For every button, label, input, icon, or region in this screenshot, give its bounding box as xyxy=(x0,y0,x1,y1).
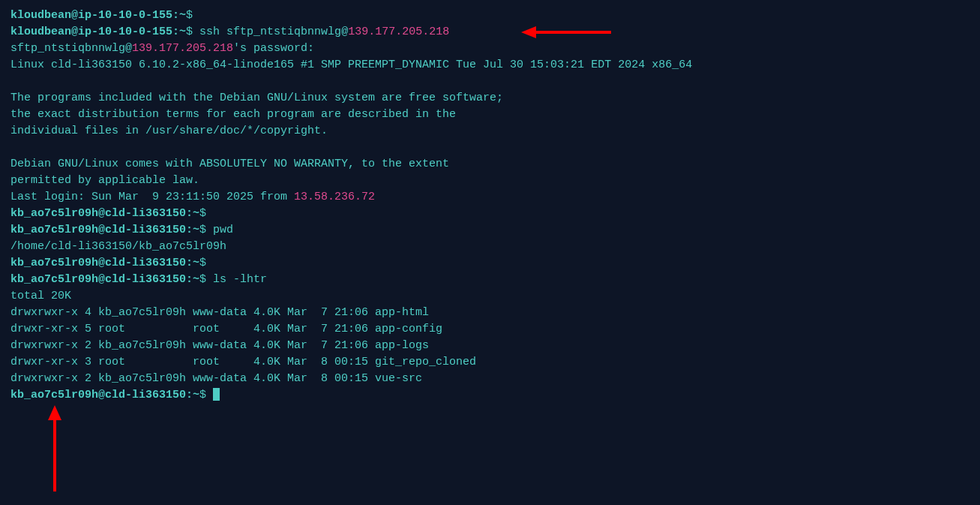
terminal-line: kb_ao7c5lr09h@cld-li363150:~$ pwd xyxy=(10,222,970,239)
output-text: individual files in /usr/share/doc/*/cop… xyxy=(10,125,328,137)
terminal-line xyxy=(10,140,970,156)
prompt-dollar: $ xyxy=(199,224,206,236)
output-text: permitted by applicable law. xyxy=(10,174,199,187)
terminal-line: Last login: Sun Mar 9 23:11:50 2025 from… xyxy=(10,189,970,206)
terminal-line: drwxr-xr-x 3 root root 4.0K Mar 8 00:15 … xyxy=(10,354,970,371)
terminal-line: The programs included with the Debian GN… xyxy=(10,90,970,107)
prompt-user: kb_ao7c5lr09h@cld-li363150 xyxy=(10,207,186,220)
prompt-path: ~ xyxy=(193,273,199,286)
terminal-output[interactable]: kloudbean@ip-10-10-0-155:~$kloudbean@ip-… xyxy=(10,8,970,404)
output-text: The programs included with the Debian GN… xyxy=(10,92,503,104)
prompt-path: ~ xyxy=(193,207,199,220)
ip-address: 139.177.205.218 xyxy=(132,42,233,55)
prompt-path: ~ xyxy=(179,9,186,22)
output-text: drwxrwxr-x 2 kb_ao7c5lr09h www-data 4.0K… xyxy=(10,372,422,385)
terminal-line: drwxrwxr-x 2 kb_ao7c5lr09h www-data 4.0K… xyxy=(10,338,970,354)
output-text: the exact distribution terms for each pr… xyxy=(10,108,456,121)
prompt-colon: : xyxy=(186,224,193,236)
terminal-line: Linux cld-li363150 6.10.2-x86_64-linode1… xyxy=(10,57,970,74)
output-text: /home/cld-li363150/kb_ao7c5lr09h xyxy=(10,240,226,253)
prompt-user: kb_ao7c5lr09h@cld-li363150 xyxy=(10,273,186,286)
terminal-line: kb_ao7c5lr09h@cld-li363150:~$ xyxy=(10,255,970,272)
terminal-line: /home/cld-li363150/kb_ao7c5lr09h xyxy=(10,239,970,255)
output-text: drwxrwxr-x 2 kb_ao7c5lr09h www-data 4.0K… xyxy=(10,339,429,352)
terminal-line: drwxrwxr-x 4 kb_ao7c5lr09h www-data 4.0K… xyxy=(10,305,970,321)
prompt-colon: : xyxy=(186,389,193,401)
prompt-user: kb_ao7c5lr09h@cld-li363150 xyxy=(10,257,186,269)
terminal-line xyxy=(10,74,970,90)
output-text: Linux cld-li363150 6.10.2-x86_64-linode1… xyxy=(10,59,692,71)
cursor-icon xyxy=(213,388,220,401)
lastlogin-prefix: Last login: Sun Mar 9 23:11:50 2025 from xyxy=(10,191,294,203)
prompt-colon: : xyxy=(186,207,193,220)
terminal-line: kb_ao7c5lr09h@cld-li363150:~$ xyxy=(10,206,970,222)
prompt-dollar: $ xyxy=(199,257,206,269)
prompt-colon: : xyxy=(172,9,179,22)
terminal-line: kloudbean@ip-10-10-0-155:~$ xyxy=(10,8,970,24)
command-text: ls -lhtr xyxy=(206,273,267,286)
output-text: drwxr-xr-x 5 root root 4.0K Mar 7 21:06 … xyxy=(10,323,442,335)
prompt-colon: : xyxy=(186,257,193,269)
terminal-line: the exact distribution terms for each pr… xyxy=(10,107,970,123)
ip-address: 139.177.205.218 xyxy=(348,26,449,38)
prompt-user: kb_ao7c5lr09h@cld-li363150 xyxy=(10,224,186,236)
ip-address: 13.58.236.72 xyxy=(294,191,375,203)
terminal-line: permitted by applicable law. xyxy=(10,173,970,189)
password-prompt-suffix: 's password: xyxy=(233,42,314,55)
terminal-line: sftp_ntstiqbnnwlg@139.177.205.218's pass… xyxy=(10,41,970,57)
command-text: ssh sftp_ntstiqbnnwlg@ xyxy=(193,26,348,38)
output-text: drwxr-xr-x 3 root root 4.0K Mar 8 00:15 … xyxy=(10,356,476,368)
prompt-dollar: $ xyxy=(186,26,193,38)
prompt-user: kloudbean@ip-10-10-0-155 xyxy=(10,9,172,22)
command-text xyxy=(206,389,213,401)
prompt-dollar: $ xyxy=(199,389,206,401)
terminal-line: kb_ao7c5lr09h@cld-li363150:~$ xyxy=(10,387,970,404)
terminal-line: drwxr-xr-x 5 root root 4.0K Mar 7 21:06 … xyxy=(10,321,970,338)
output-text: Debian GNU/Linux comes with ABSOLUTELY N… xyxy=(10,158,449,170)
terminal-line: kb_ao7c5lr09h@cld-li363150:~$ ls -lhtr xyxy=(10,272,970,288)
terminal-line: kloudbean@ip-10-10-0-155:~$ ssh sftp_nts… xyxy=(10,24,970,41)
command-text: pwd xyxy=(206,224,233,236)
password-prompt-prefix: sftp_ntstiqbnnwlg@ xyxy=(10,42,132,55)
terminal-line: Debian GNU/Linux comes with ABSOLUTELY N… xyxy=(10,156,970,173)
prompt-path: ~ xyxy=(193,257,199,269)
prompt-dollar: $ xyxy=(199,207,206,220)
prompt-colon: : xyxy=(186,273,193,286)
terminal-line: drwxrwxr-x 2 kb_ao7c5lr09h www-data 4.0K… xyxy=(10,371,970,387)
prompt-dollar: $ xyxy=(199,273,206,286)
prompt-user: kloudbean@ip-10-10-0-155 xyxy=(10,26,172,38)
output-text: total 20K xyxy=(10,290,71,302)
arrow-right-annotation xyxy=(521,25,611,40)
prompt-dollar: $ xyxy=(186,9,193,22)
prompt-path: ~ xyxy=(179,26,186,38)
terminal-line: individual files in /usr/share/doc/*/cop… xyxy=(10,123,970,140)
prompt-path: ~ xyxy=(193,224,199,236)
svg-marker-3 xyxy=(48,405,61,420)
prompt-user: kb_ao7c5lr09h@cld-li363150 xyxy=(10,389,186,401)
prompt-path: ~ xyxy=(193,389,199,401)
terminal-line: total 20K xyxy=(10,288,970,305)
svg-marker-1 xyxy=(521,26,536,38)
arrow-up-annotation xyxy=(43,405,66,491)
prompt-colon: : xyxy=(172,26,179,38)
output-text: drwxrwxr-x 4 kb_ao7c5lr09h www-data 4.0K… xyxy=(10,306,429,319)
